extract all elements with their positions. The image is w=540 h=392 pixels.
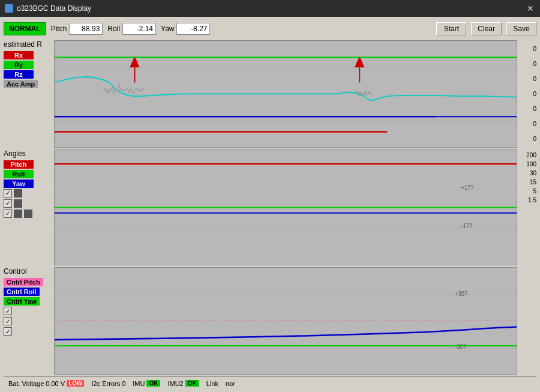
- imu-label: IMU: [133, 380, 145, 387]
- ctrl-checkbox-row-3: [4, 327, 52, 336]
- imu2-label: IMU2: [167, 380, 183, 387]
- bat-voltage-label: Bat. Voltage: [8, 380, 44, 387]
- angles-svg: +17? -17?: [55, 150, 517, 265]
- pitch-label: Pitch: [51, 25, 67, 33]
- link-label: Link: [206, 380, 218, 387]
- checkbox-row-1: [4, 189, 52, 198]
- svg-text:+30?: +30?: [455, 290, 467, 297]
- checkbox-3[interactable]: [4, 199, 12, 208]
- estimated-r-svg: [55, 41, 517, 147]
- checkbox-1[interactable]: [4, 189, 12, 198]
- title-bar: o323BGC Data Display ✕: [0, 0, 540, 17]
- cntrl-yaw-badge: Cntrl Yaw: [4, 297, 40, 306]
- cntrl-roll-badge: Cntrl Roll: [4, 288, 40, 296]
- cntrl-pitch-badge: Cntrl Pitch: [4, 278, 43, 286]
- svg-text:+17?: +17?: [461, 184, 474, 191]
- angles-panel: Angles Pitch Roll Yaw: [4, 149, 536, 266]
- clear-button[interactable]: Clear: [471, 22, 502, 35]
- control-title: Control: [4, 267, 52, 276]
- estimated-r-labels: estimated R Rx Ry Rz Acc Amp: [4, 40, 52, 148]
- ry-badge: Ry: [4, 61, 34, 69]
- estimated-r-right-labels: 0 0 0 0 0 0 0: [520, 40, 536, 148]
- ry-legend: Ry: [4, 61, 52, 69]
- start-button[interactable]: Start: [436, 22, 466, 35]
- svg-text:-17?: -17?: [461, 222, 473, 229]
- angles-checkboxes: [4, 189, 52, 220]
- cntrl-roll-legend: Cntrl Roll: [4, 288, 52, 296]
- estimated-r-chart: [54, 40, 517, 148]
- save-button[interactable]: Save: [506, 22, 536, 35]
- i2c-label: I2c Errors: [91, 380, 120, 387]
- nor-item: nor: [226, 380, 235, 387]
- control-svg: +30? -30?: [55, 268, 517, 374]
- estimated-r-panel: estimated R Rx Ry Rz Acc Amp: [4, 40, 536, 148]
- toolbar: NORMAL Pitch Roll Yaw Start Clear Save: [4, 19, 536, 38]
- window-title: o323BGC Data Display: [17, 4, 91, 13]
- imu-item: IMU OK: [133, 380, 160, 387]
- accamp-legend: Acc Amp: [4, 80, 52, 88]
- checkbox-6[interactable]: [14, 210, 22, 218]
- roll-badge: Roll: [4, 170, 34, 178]
- bat-voltage-value: 0.00 V: [46, 380, 65, 387]
- yaw-badge: Yaw: [4, 179, 34, 188]
- rz-legend: Rz: [4, 70, 52, 79]
- yaw-input[interactable]: [176, 23, 210, 35]
- rx-badge: Rx: [4, 51, 34, 59]
- pitch-badge: Pitch: [4, 160, 34, 169]
- ctrl-checkbox-row-2: [4, 317, 52, 325]
- checkbox-row-2: [4, 199, 52, 208]
- status-badge: NORMAL: [4, 22, 46, 35]
- yaw-legend: Yaw: [4, 179, 52, 188]
- status-bar: Bat. Voltage 0.00 V LOW I2c Errors 0 IMU…: [4, 376, 536, 390]
- ctrl-checkbox-1[interactable]: [4, 307, 12, 315]
- i2c-item: I2c Errors 0: [91, 380, 125, 387]
- imu-status-badge: OK: [146, 380, 160, 387]
- bat-voltage-item: Bat. Voltage 0.00 V LOW: [8, 380, 84, 387]
- control-chart: +30? -30?: [54, 267, 517, 375]
- roll-legend: Roll: [4, 170, 52, 178]
- estimated-r-title: estimated R: [4, 40, 52, 49]
- checkbox-2[interactable]: [14, 189, 22, 198]
- imu2-item: IMU2 OK: [167, 380, 199, 387]
- link-item: Link: [206, 380, 218, 387]
- imu2-status-badge: OK: [185, 380, 199, 387]
- nor-label: nor: [226, 380, 235, 387]
- checkbox-4[interactable]: [14, 199, 22, 208]
- control-right-labels: [520, 267, 536, 375]
- angles-right-labels: 200 100 30 15 5 1.5: [520, 149, 536, 266]
- main-content: NORMAL Pitch Roll Yaw Start Clear Save e…: [0, 17, 540, 392]
- close-button[interactable]: ✕: [526, 4, 535, 13]
- panels-area: estimated R Rx Ry Rz Acc Amp: [4, 40, 536, 375]
- rx-legend: Rx: [4, 51, 52, 59]
- yaw-label: Yaw: [161, 25, 174, 33]
- control-panel: Control Cntrl Pitch Cntrl Roll Cntrl Yaw: [4, 267, 536, 375]
- checkbox-row-3: [4, 210, 52, 218]
- angles-chart: +17? -17?: [54, 149, 517, 266]
- pitch-input[interactable]: [69, 23, 103, 35]
- svg-text:-30?: -30?: [455, 343, 466, 350]
- i2c-value: 0: [122, 380, 125, 387]
- accamp-badge: Acc Amp: [4, 80, 38, 88]
- roll-input[interactable]: [122, 23, 156, 35]
- app-icon: [5, 4, 13, 13]
- checkbox-7[interactable]: [24, 210, 32, 218]
- control-labels: Control Cntrl Pitch Cntrl Roll Cntrl Yaw: [4, 267, 52, 375]
- ctrl-checkbox-row-1: [4, 307, 52, 315]
- checkbox-5[interactable]: [4, 210, 12, 218]
- ctrl-checkbox-3[interactable]: [4, 327, 12, 336]
- pitch-legend: Pitch: [4, 160, 52, 169]
- yaw-group: Yaw: [161, 23, 210, 35]
- pitch-group: Pitch: [51, 23, 103, 35]
- roll-group: Roll: [107, 23, 156, 35]
- ctrl-checkbox-2[interactable]: [4, 317, 12, 325]
- control-checkboxes: [4, 307, 52, 338]
- bat-status-badge: LOW: [67, 380, 84, 387]
- roll-label: Roll: [107, 25, 120, 33]
- cntrl-yaw-legend: Cntrl Yaw: [4, 297, 52, 306]
- cntrl-pitch-legend: Cntrl Pitch: [4, 278, 52, 286]
- rz-badge: Rz: [4, 70, 34, 79]
- angles-labels: Angles Pitch Roll Yaw: [4, 149, 52, 266]
- angles-title: Angles: [4, 149, 52, 158]
